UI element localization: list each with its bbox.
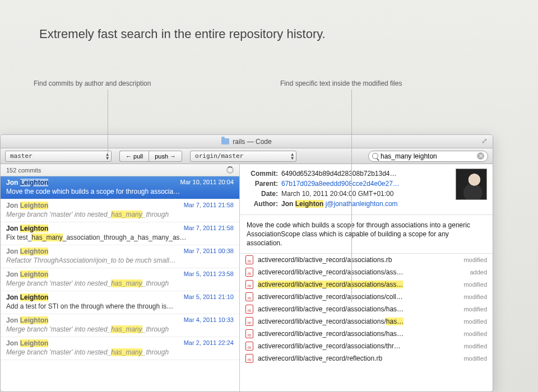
file-row[interactable]: activerecord/lib/active_record/associati… <box>240 291 493 303</box>
commit-summary: Merge branch 'master' into nested_has_ma… <box>6 348 234 356</box>
file-path: activerecord/lib/active_record/reflectio… <box>258 354 459 362</box>
commit-date: Mar 7, 2011 21:58 <box>184 202 234 209</box>
commit-date: Mar 4, 2011 10:33 <box>184 316 234 324</box>
commit-row[interactable]: Jon LeightonMar 5, 2011 23:58Merge branc… <box>1 268 239 291</box>
push-button[interactable]: push → <box>149 151 182 162</box>
pull-button[interactable]: ← pull <box>119 151 149 162</box>
toolbar: master ▲▼ ← pull push → origin/master ▲▼… <box>1 148 493 164</box>
file-row[interactable]: activerecord/lib/active_record/reflectio… <box>240 352 493 365</box>
author-avatar <box>456 169 487 200</box>
remote-selector[interactable]: origin/master ▲▼ <box>190 151 296 162</box>
remote-name: origin/master <box>195 152 243 160</box>
file-status: modified <box>463 293 487 300</box>
commit-summary: Refactor ThroughAssociation#join_to to b… <box>6 256 234 264</box>
file-status: added <box>470 269 487 276</box>
commit-row[interactable]: Jon LeightonMar 10, 2011 20:04Move the c… <box>1 176 239 199</box>
commit-row[interactable]: Jon LeightonMar 5, 2011 21:10Add a test … <box>1 291 239 314</box>
commit-author: Jon Leighton <box>6 202 48 209</box>
label-author: Author: <box>245 199 278 209</box>
window-title: rails — Code <box>233 138 271 146</box>
page-headline: Extremely fast search in the entire repo… <box>39 27 326 41</box>
ruby-file-icon <box>245 317 253 326</box>
updown-icon: ▲▼ <box>291 152 294 160</box>
file-path: activerecord/lib/active_record/associati… <box>258 268 465 276</box>
file-status: modified <box>463 330 487 337</box>
commit-author: Jon Leighton <box>6 293 48 301</box>
maximize-icon[interactable]: ⤢ <box>481 137 489 145</box>
search-icon <box>372 153 378 159</box>
callout-author-search: Find commits by author and description <box>34 80 151 87</box>
loading-spinner-icon <box>226 166 234 174</box>
file-row[interactable]: activerecord/lib/active_record/associati… <box>240 328 493 340</box>
ruby-file-icon <box>245 305 253 314</box>
search-input[interactable] <box>381 152 475 160</box>
commit-detail-pane: Commit: 6490d65234b89d4d28308b72b13d4… P… <box>240 164 493 391</box>
file-status: modified <box>463 281 487 288</box>
file-row[interactable]: activerecord/lib/active_record/associati… <box>240 254 493 266</box>
commit-row[interactable]: Jon LeightonMar 7, 2011 21:58Fix test_ha… <box>1 222 239 245</box>
callout-line-right <box>351 90 352 302</box>
file-path: activerecord/lib/active_record/associati… <box>258 256 459 264</box>
commit-date: Mar 10, 2011 20:04 <box>180 179 234 186</box>
commit-author: Jon Leighton <box>6 339 48 347</box>
changed-files-list: activerecord/lib/active_record/associati… <box>240 254 493 391</box>
commit-author: Jon Leighton j@jonathanleighton.com <box>281 199 487 209</box>
commit-author: Jon Leighton <box>6 270 48 278</box>
ruby-file-icon <box>245 292 253 301</box>
file-path: activerecord/lib/active_record/associati… <box>258 318 459 325</box>
clear-search-icon[interactable]: ✕ <box>477 152 484 160</box>
ruby-file-icon <box>245 255 253 264</box>
search-field[interactable]: ✕ <box>368 151 488 162</box>
commit-author: Jon Leighton <box>6 248 48 255</box>
file-row[interactable]: activerecord/lib/active_record/associati… <box>240 303 493 315</box>
commit-summary: Add a test for STI on the through where … <box>6 302 234 310</box>
commit-date: Mar 7, 2011 21:58 <box>184 225 234 232</box>
label-date: Date: <box>245 189 278 199</box>
commit-row[interactable]: Jon LeightonMar 4, 2011 10:33Merge branc… <box>1 314 239 337</box>
callout-line-left <box>108 90 108 155</box>
callout-content-search: Find specific text inside the modified f… <box>280 80 402 87</box>
file-row[interactable]: activerecord/lib/active_record/associati… <box>240 266 493 278</box>
commit-date: Mar 7, 2011 00:38 <box>184 248 234 255</box>
file-row[interactable]: activerecord/lib/active_record/associati… <box>240 340 493 352</box>
folder-icon <box>221 138 229 144</box>
window-titlebar: rails — Code ⤢ <box>1 135 493 148</box>
ruby-file-icon <box>245 268 253 277</box>
commit-summary: Merge branch 'master' into nested_has_ma… <box>6 279 234 287</box>
pull-push-group: ← pull push → <box>119 151 182 162</box>
commit-summary: Merge branch 'master' into nested_has_ma… <box>6 211 234 218</box>
commit-date: Mar 5, 2011 21:10 <box>184 293 234 301</box>
commit-list-pane: 152 commits Jon LeightonMar 10, 2011 20:… <box>1 164 240 391</box>
ruby-file-icon <box>245 329 253 338</box>
commit-count: 152 commits <box>6 167 41 174</box>
commit-list[interactable]: Jon LeightonMar 10, 2011 20:04Move the c… <box>1 176 239 391</box>
file-row[interactable]: activerecord/lib/active_record/associati… <box>240 315 493 328</box>
file-row[interactable]: activerecord/lib/active_record/associati… <box>240 278 493 291</box>
commit-row[interactable]: Jon LeightonMar 2, 2011 22:24Merge branc… <box>1 337 239 360</box>
commit-metadata: Commit: 6490d65234b89d4d28308b72b13d4… P… <box>240 164 493 215</box>
commit-date: Mar 2, 2011 22:24 <box>184 339 234 347</box>
commit-summary: Fix test_has_many_association_through_a_… <box>6 234 234 241</box>
ruby-file-icon <box>245 342 253 351</box>
app-window: rails — Code ⤢ master ▲▼ ← pull push → o… <box>0 134 493 392</box>
branch-selector[interactable]: master ▲▼ <box>5 151 112 162</box>
file-path: activerecord/lib/active_record/associati… <box>258 281 459 288</box>
ruby-file-icon <box>245 280 253 289</box>
commit-count-bar: 152 commits <box>1 164 239 176</box>
ruby-file-icon <box>245 354 253 363</box>
file-path: activerecord/lib/active_record/associati… <box>258 293 459 301</box>
file-path: activerecord/lib/active_record/associati… <box>258 305 459 313</box>
commit-author: Jon Leighton <box>6 225 48 232</box>
file-path: activerecord/lib/active_record/associati… <box>258 330 459 338</box>
file-status: modified <box>463 355 487 362</box>
commit-author: Jon Leighton <box>6 179 48 186</box>
commit-summary: Merge branch 'master' into nested_has_ma… <box>6 325 234 333</box>
commit-author: Jon Leighton <box>6 316 48 324</box>
commit-row[interactable]: Jon LeightonMar 7, 2011 21:58Merge branc… <box>1 199 239 222</box>
commit-row[interactable]: Jon LeightonMar 7, 2011 00:38Refactor Th… <box>1 245 239 268</box>
commit-message: Move the code which builds a scope for t… <box>240 215 493 254</box>
file-path: activerecord/lib/active_record/associati… <box>258 342 459 350</box>
commit-summary: Move the code which builds a scope for t… <box>6 188 234 195</box>
branch-name: master <box>10 152 33 160</box>
author-email-link[interactable]: j@jonathanleighton.com <box>326 200 398 208</box>
